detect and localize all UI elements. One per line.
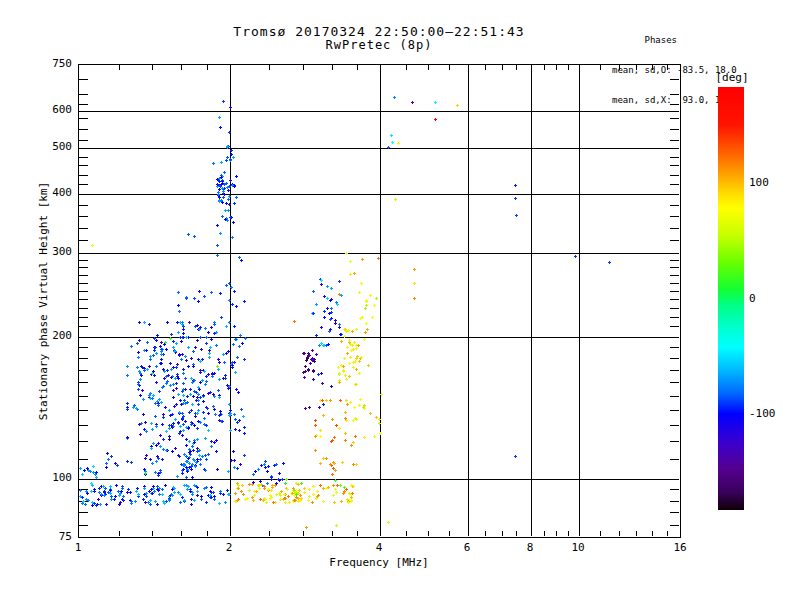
data-point	[316, 490, 319, 493]
data-point	[188, 321, 191, 324]
x-axis-tick	[619, 531, 620, 536]
y-axis-tick	[79, 184, 88, 185]
data-point	[182, 372, 185, 375]
data-point	[326, 285, 329, 288]
x-axis-tick	[636, 531, 637, 536]
data-point	[79, 467, 82, 470]
x-axis-tick	[502, 531, 503, 536]
y-axis-tick	[79, 358, 88, 359]
data-point	[92, 465, 95, 468]
data-point	[171, 450, 174, 453]
data-point	[304, 370, 307, 373]
data-point	[369, 412, 372, 415]
data-point	[354, 360, 357, 363]
data-point	[303, 376, 306, 379]
x-axis-tick	[303, 531, 304, 536]
data-point	[161, 493, 164, 496]
data-point	[237, 487, 240, 490]
plot-area[interactable]	[78, 64, 681, 538]
x-axis-tick	[332, 65, 333, 70]
x-axis-tick	[406, 531, 407, 536]
data-point	[286, 488, 289, 491]
x-axis-tick	[516, 531, 517, 536]
data-point	[273, 464, 276, 467]
data-point	[331, 473, 334, 476]
y-axis-tick	[670, 104, 679, 105]
y-axis-tick	[670, 479, 679, 480]
data-point	[330, 440, 333, 443]
x-axis-tick	[556, 65, 557, 70]
data-point	[343, 357, 346, 360]
data-point	[202, 411, 205, 414]
data-point	[232, 221, 235, 224]
data-point	[190, 465, 193, 468]
data-point	[85, 498, 88, 501]
data-point	[185, 455, 188, 458]
data-point	[165, 449, 168, 452]
y-axis-tick	[79, 525, 88, 526]
data-point	[172, 389, 175, 392]
data-point	[308, 488, 311, 491]
y-axis-tick	[670, 441, 679, 442]
y-axis-tick	[79, 347, 88, 348]
x-axis-tick	[485, 65, 486, 70]
data-point	[213, 395, 216, 398]
data-point	[319, 435, 322, 438]
data-point	[574, 255, 577, 258]
y-axis-tick	[670, 148, 679, 149]
data-point	[387, 521, 390, 524]
data-point	[178, 353, 181, 356]
data-point	[210, 486, 213, 489]
y-axis-tick	[79, 228, 88, 229]
data-point	[144, 472, 147, 475]
y-axis-tick	[79, 175, 88, 176]
data-point	[126, 365, 129, 368]
y-axis-tick	[79, 308, 88, 309]
data-point	[219, 185, 222, 188]
data-point	[215, 450, 218, 453]
data-point	[173, 350, 176, 353]
y-axis-tick	[79, 267, 88, 268]
data-point	[221, 180, 224, 183]
data-point	[196, 490, 199, 493]
data-point	[434, 101, 437, 104]
x-tick-label: 2	[215, 542, 243, 554]
data-point	[207, 453, 210, 456]
x-axis-tick	[269, 65, 270, 70]
data-point	[288, 501, 291, 504]
data-point	[342, 365, 345, 368]
data-point	[218, 396, 221, 399]
data-point	[295, 493, 298, 496]
data-point	[311, 349, 314, 352]
x-axis-tick	[207, 531, 208, 536]
data-point	[213, 498, 216, 501]
data-point	[185, 297, 188, 300]
data-point	[145, 430, 148, 433]
data-point	[143, 487, 146, 490]
data-point	[192, 365, 195, 368]
data-point	[156, 455, 159, 458]
data-point	[341, 461, 344, 464]
data-point	[338, 427, 341, 430]
data-point	[338, 293, 341, 296]
data-point	[325, 457, 328, 460]
data-point	[196, 324, 199, 327]
y-axis-tick	[79, 512, 88, 513]
data-point	[234, 338, 237, 341]
data-point	[293, 499, 296, 502]
x-axis-tick	[667, 65, 668, 70]
y-axis-tick	[79, 275, 88, 276]
y-axis-tick	[670, 253, 679, 254]
data-point	[354, 383, 357, 386]
data-point	[315, 334, 318, 337]
data-point	[243, 426, 246, 429]
data-point	[202, 394, 205, 397]
data-point	[228, 131, 231, 134]
data-point	[137, 388, 140, 391]
data-point	[181, 390, 184, 393]
y-axis-tick	[79, 111, 88, 112]
data-point	[174, 447, 177, 450]
y-axis-tick	[79, 240, 88, 241]
data-point	[340, 340, 343, 343]
data-point	[212, 162, 215, 165]
